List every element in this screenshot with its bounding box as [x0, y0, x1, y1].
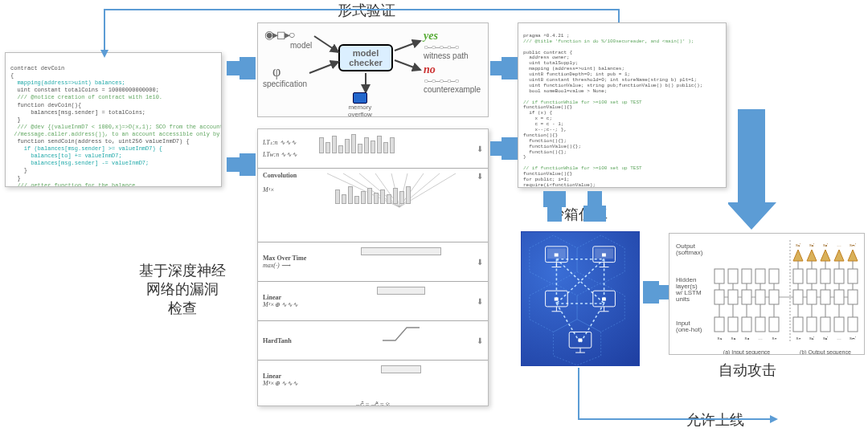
down-icon: ⬇: [477, 258, 483, 267]
svg-rect-55: [742, 269, 751, 283]
svg-line-0: [314, 36, 338, 52]
max-sub: max(·) ⟶: [263, 262, 290, 269]
lstm-out-label: Output(softmax): [676, 242, 703, 256]
sandbox-box: ≡ ≡ ≡ ≡ ≡: [521, 231, 640, 366]
no-text: no: [424, 63, 481, 76]
monitor-icon: [353, 92, 367, 104]
source-code-box: contract devCoin { mapping(address=>uint…: [5, 52, 222, 187]
svg-text:≡: ≡: [602, 251, 606, 259]
arrow-lstm-to-sandbox: [659, 285, 669, 299]
svg-text:≡: ≡: [579, 336, 583, 344]
svg-rect-72: [793, 317, 803, 332]
label-formal-verification: 形式验证: [318, 2, 415, 20]
lin2-sub: M³×⊕ ∿∿∿: [263, 380, 298, 387]
lstm-xaxis-a: (a) Input sequence: [723, 349, 770, 355]
cnn-ltw: LTw:n ∿∿∿: [263, 151, 319, 158]
yes-group: yes ○–○–○–○–○ witness path: [424, 30, 469, 60]
lin2-title: Linear: [263, 373, 281, 380]
yes-sub: witness path: [424, 51, 469, 60]
model-checker-box: ◉▸◻▸○ model φ specification model checke…: [257, 22, 489, 117]
out-tick: sₘ': [850, 242, 856, 247]
out-tick: s₂': [809, 242, 814, 247]
tick: sₙ: [772, 336, 777, 340]
code-line: }: [10, 167, 27, 173]
no-group: no ○–○–○–○–○ counterexample: [424, 63, 481, 94]
code-line: balances[msg.sender] = totalCoins;: [10, 109, 145, 116]
memory-overflow: memory overflow: [348, 92, 372, 117]
out-tick: s₃': [823, 242, 828, 247]
label-dnn-check: 基于深度神经 网络的漏洞 检查: [122, 262, 243, 318]
ac-line: }: [523, 154, 526, 160]
code-line: balances[msg.sender] -= valueInmD7;: [10, 160, 149, 166]
tick: s₂: [731, 336, 736, 340]
tick: s₁: [718, 336, 723, 340]
code-line: balances[to] += valueInmD7;: [10, 153, 122, 159]
svg-rect-76: [807, 269, 817, 283]
arrow-right-icon: [502, 57, 518, 79]
cnn-box: LT₁:n ∿∿∿ LTw:n ∿∿∿ ⬇ Convolution M¹× ⬇ …: [257, 128, 489, 406]
analyzed-code-box: pragma ^0.4.21 ; /// @title 'function in…: [518, 22, 727, 188]
lstm-input-label: Input(one-hot): [676, 320, 702, 333]
arrow-down-icon: [583, 206, 606, 222]
svg-line-21: [580, 304, 604, 343]
code-line: //message.caller.address()), to an accou…: [10, 131, 222, 137]
svg-line-3: [395, 60, 420, 70]
ac-line: address owner; uint totalSupply; mapping…: [523, 55, 702, 93]
lstm-diagram: Output(softmax) Hiddenlayer(s)w/ LSTMuni…: [673, 237, 865, 355]
code-line: /// @notice creation of contract with 1e…: [10, 94, 162, 100]
svg-text:≡: ≡: [602, 295, 606, 303]
tick: s₂': [823, 336, 828, 340]
lin1-sub: M²×⊕ ∿∿∿: [263, 301, 298, 308]
label-auto-attack: 自动攻击: [707, 361, 788, 380]
svg-line-2: [395, 41, 420, 51]
svg-marker-110: [770, 415, 778, 423]
arrow-right-icon: [240, 153, 256, 176]
code-line: contract devCoin: [10, 65, 64, 71]
svg-rect-70: [793, 269, 803, 283]
svg-rect-67: [769, 317, 779, 332]
svg-rect-47: [714, 317, 724, 332]
svg-rect-78: [807, 317, 817, 332]
code-line: /// getter function for the balance: [10, 182, 135, 187]
svg-rect-57: [742, 317, 751, 332]
tick: …: [837, 336, 841, 340]
yes-text: yes: [424, 30, 469, 43]
code-line: function sendCoin(address to, uint256 va…: [10, 138, 190, 145]
cnn-hardtanh-row: HardTanh ⬇: [258, 321, 488, 361]
svg-line-20: [556, 304, 580, 343]
svg-rect-45: [714, 269, 724, 283]
svg-rect-84: [821, 317, 830, 332]
svg-rect-95: [848, 290, 858, 304]
tick: sₙ: [796, 336, 801, 340]
down-icon: ⬇: [477, 145, 483, 153]
bars-icon: [319, 132, 483, 153]
svg-rect-83: [821, 290, 830, 304]
down-icon: ⬇: [477, 172, 483, 181]
yes-chain: ○–○–○–○–○: [424, 43, 469, 51]
code-line: mapping(address=>uint) balances;: [10, 79, 125, 86]
max-title: Max Over Time: [263, 255, 306, 262]
arrow-sandbox-down: [588, 191, 602, 206]
svg-rect-50: [728, 269, 738, 283]
down-icon: ⬇: [477, 336, 483, 345]
svg-rect-94: [848, 269, 858, 283]
slab-icon: [361, 247, 441, 255]
arrow-right-icon: [502, 137, 518, 160]
lstm-hidden-label: Hiddenlayer(s)w/ LSTMunits: [675, 276, 702, 303]
ht-title: HardTanh: [263, 337, 292, 344]
svg-rect-88: [834, 269, 844, 283]
svg-rect-62: [755, 317, 765, 332]
ac-line: /// @title 'function in do %/100securead…: [523, 39, 694, 44]
lstm-xaxis-b: (b) Output sequence: [800, 349, 851, 355]
svg-rect-96: [848, 317, 858, 332]
svg-rect-46: [714, 290, 724, 304]
down-icon: ⬇: [477, 297, 483, 306]
arrow-code-to-lstm: [728, 109, 784, 230]
cnn-conv-row: Convolution M¹× ⬇: [258, 169, 488, 242]
svg-rect-77: [807, 290, 817, 304]
tick: s₁': [809, 336, 814, 340]
code-line: /// @dev {(valueInmD7 < 1000,x)=>D(x,1);…: [10, 124, 222, 130]
conv-sub: M¹×: [263, 186, 274, 194]
cnn-input-row: LT₁:n ∿∿∿ LTw:n ∿∿∿ ⬇: [258, 129, 488, 169]
code-line: function devCoin(){: [10, 102, 81, 108]
